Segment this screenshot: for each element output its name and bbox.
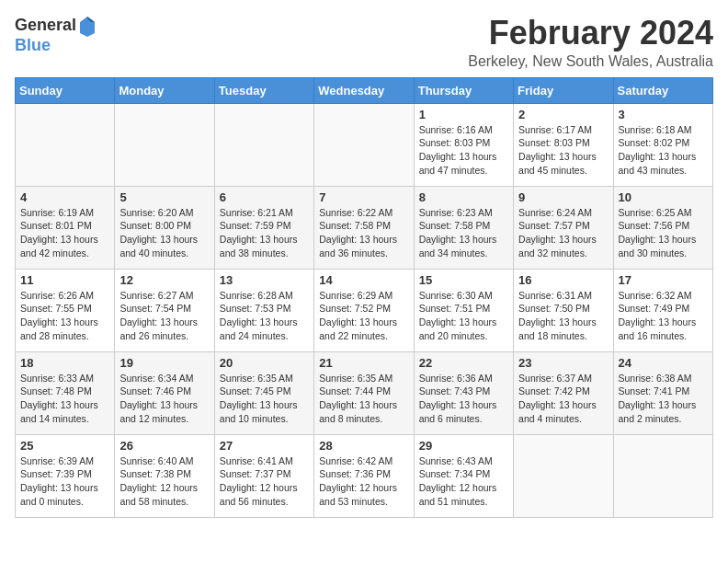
day-number: 5 (119, 190, 209, 204)
calendar-cell: 10Sunrise: 6:25 AM Sunset: 7:56 PM Dayli… (613, 186, 712, 269)
calendar-cell: 21Sunrise: 6:35 AM Sunset: 7:44 PM Dayli… (314, 351, 414, 434)
calendar-cell: 20Sunrise: 6:35 AM Sunset: 7:45 PM Dayli… (214, 351, 313, 434)
day-info: Sunrise: 6:37 AM Sunset: 7:42 PM Dayligh… (518, 372, 608, 426)
calendar-cell: 7Sunrise: 6:22 AM Sunset: 7:58 PM Daylig… (314, 186, 414, 269)
day-info: Sunrise: 6:32 AM Sunset: 7:49 PM Dayligh… (619, 289, 708, 343)
day-number: 18 (20, 356, 109, 370)
calendar-cell: 11Sunrise: 6:26 AM Sunset: 7:55 PM Dayli… (16, 269, 115, 351)
day-number: 12 (119, 273, 209, 287)
calendar-cell: 29Sunrise: 6:43 AM Sunset: 7:34 PM Dayli… (414, 434, 513, 517)
calendar-cell: 6Sunrise: 6:21 AM Sunset: 7:59 PM Daylig… (214, 186, 313, 269)
calendar-cell: 9Sunrise: 6:24 AM Sunset: 7:57 PM Daylig… (514, 186, 613, 269)
col-header-monday: Monday (115, 77, 214, 103)
day-number: 7 (319, 190, 408, 204)
calendar-cell (115, 103, 214, 186)
day-number: 13 (220, 273, 309, 287)
header: General Blue February 2024 Berkeley, New… (15, 15, 713, 70)
day-info: Sunrise: 6:43 AM Sunset: 7:34 PM Dayligh… (419, 454, 508, 509)
calendar-cell: 16Sunrise: 6:31 AM Sunset: 7:50 PM Dayli… (514, 269, 613, 351)
col-header-saturday: Saturday (613, 77, 712, 103)
calendar-cell: 12Sunrise: 6:27 AM Sunset: 7:54 PM Dayli… (115, 269, 214, 351)
day-number: 22 (419, 356, 508, 370)
calendar-cell: 24Sunrise: 6:38 AM Sunset: 7:41 PM Dayli… (613, 351, 712, 434)
calendar-cell: 18Sunrise: 6:33 AM Sunset: 7:48 PM Dayli… (16, 351, 115, 434)
day-info: Sunrise: 6:22 AM Sunset: 7:58 PM Dayligh… (319, 206, 408, 260)
calendar-cell: 13Sunrise: 6:28 AM Sunset: 7:53 PM Dayli… (214, 269, 313, 351)
logo-icon (78, 15, 97, 37)
day-info: Sunrise: 6:42 AM Sunset: 7:36 PM Dayligh… (319, 454, 408, 509)
day-info: Sunrise: 6:31 AM Sunset: 7:50 PM Dayligh… (518, 289, 608, 343)
day-info: Sunrise: 6:25 AM Sunset: 7:56 PM Dayligh… (619, 206, 708, 260)
header-row: SundayMondayTuesdayWednesdayThursdayFrid… (16, 77, 713, 103)
calendar-cell: 1Sunrise: 6:16 AM Sunset: 8:03 PM Daylig… (414, 103, 513, 186)
title-area: February 2024 Berkeley, New South Wales,… (468, 15, 713, 70)
calendar-cell: 3Sunrise: 6:18 AM Sunset: 8:02 PM Daylig… (613, 103, 712, 186)
week-row-2: 11Sunrise: 6:26 AM Sunset: 7:55 PM Dayli… (16, 269, 713, 351)
col-header-wednesday: Wednesday (314, 77, 414, 103)
day-number: 19 (119, 356, 209, 370)
day-number: 14 (319, 273, 408, 287)
logo-blue-text: Blue (15, 36, 51, 54)
calendar-cell: 17Sunrise: 6:32 AM Sunset: 7:49 PM Dayli… (613, 269, 712, 351)
day-number: 17 (619, 273, 708, 287)
calendar-cell (314, 103, 414, 186)
day-info: Sunrise: 6:38 AM Sunset: 7:41 PM Dayligh… (619, 372, 708, 426)
day-number: 10 (619, 190, 708, 204)
calendar-cell: 5Sunrise: 6:20 AM Sunset: 8:00 PM Daylig… (115, 186, 214, 269)
day-number: 24 (619, 356, 708, 370)
day-number: 26 (119, 439, 209, 453)
day-info: Sunrise: 6:33 AM Sunset: 7:48 PM Dayligh… (20, 372, 109, 426)
calendar-cell (214, 103, 313, 186)
day-number: 11 (20, 273, 109, 287)
day-number: 27 (220, 439, 309, 453)
day-number: 8 (419, 190, 508, 204)
day-info: Sunrise: 6:39 AM Sunset: 7:39 PM Dayligh… (20, 454, 109, 509)
calendar-cell: 28Sunrise: 6:42 AM Sunset: 7:36 PM Dayli… (314, 434, 414, 517)
day-number: 28 (319, 439, 408, 453)
calendar-cell: 22Sunrise: 6:36 AM Sunset: 7:43 PM Dayli… (414, 351, 513, 434)
day-number: 1 (419, 108, 508, 121)
day-info: Sunrise: 6:35 AM Sunset: 7:45 PM Dayligh… (220, 372, 309, 426)
day-info: Sunrise: 6:40 AM Sunset: 7:38 PM Dayligh… (119, 454, 209, 509)
col-header-tuesday: Tuesday (214, 77, 313, 103)
day-info: Sunrise: 6:16 AM Sunset: 8:03 PM Dayligh… (419, 123, 508, 178)
day-info: Sunrise: 6:30 AM Sunset: 7:51 PM Dayligh… (419, 289, 508, 343)
day-info: Sunrise: 6:18 AM Sunset: 8:02 PM Dayligh… (619, 123, 708, 178)
calendar-cell: 26Sunrise: 6:40 AM Sunset: 7:38 PM Dayli… (115, 434, 214, 517)
day-info: Sunrise: 6:28 AM Sunset: 7:53 PM Dayligh… (220, 289, 309, 343)
day-info: Sunrise: 6:21 AM Sunset: 7:59 PM Dayligh… (220, 206, 309, 260)
calendar-cell: 14Sunrise: 6:29 AM Sunset: 7:52 PM Dayli… (314, 269, 414, 351)
col-header-sunday: Sunday (16, 77, 115, 103)
day-number: 4 (20, 190, 109, 204)
day-info: Sunrise: 6:41 AM Sunset: 7:37 PM Dayligh… (220, 454, 309, 509)
day-info: Sunrise: 6:26 AM Sunset: 7:55 PM Dayligh… (20, 289, 109, 343)
day-info: Sunrise: 6:36 AM Sunset: 7:43 PM Dayligh… (419, 372, 508, 426)
calendar-cell: 4Sunrise: 6:19 AM Sunset: 8:01 PM Daylig… (16, 186, 115, 269)
calendar-cell: 27Sunrise: 6:41 AM Sunset: 7:37 PM Dayli… (214, 434, 313, 517)
calendar-title: February 2024 (468, 15, 713, 52)
logo-general-text: General (15, 17, 76, 35)
day-info: Sunrise: 6:29 AM Sunset: 7:52 PM Dayligh… (319, 289, 408, 343)
day-number: 20 (220, 356, 309, 370)
week-row-0: 1Sunrise: 6:16 AM Sunset: 8:03 PM Daylig… (16, 103, 713, 186)
calendar-cell (16, 103, 115, 186)
calendar-cell: 19Sunrise: 6:34 AM Sunset: 7:46 PM Dayli… (115, 351, 214, 434)
calendar-cell: 2Sunrise: 6:17 AM Sunset: 8:03 PM Daylig… (514, 103, 613, 186)
calendar-cell (613, 434, 712, 517)
day-info: Sunrise: 6:23 AM Sunset: 7:58 PM Dayligh… (419, 206, 508, 260)
day-number: 21 (319, 356, 408, 370)
calendar-cell: 15Sunrise: 6:30 AM Sunset: 7:51 PM Dayli… (414, 269, 513, 351)
week-row-4: 25Sunrise: 6:39 AM Sunset: 7:39 PM Dayli… (16, 434, 713, 517)
day-info: Sunrise: 6:27 AM Sunset: 7:54 PM Dayligh… (119, 289, 209, 343)
calendar-cell: 23Sunrise: 6:37 AM Sunset: 7:42 PM Dayli… (514, 351, 613, 434)
day-info: Sunrise: 6:17 AM Sunset: 8:03 PM Dayligh… (518, 123, 608, 178)
day-number: 23 (518, 356, 608, 370)
logo: General Blue (15, 15, 97, 55)
day-info: Sunrise: 6:35 AM Sunset: 7:44 PM Dayligh… (319, 372, 408, 426)
calendar-cell (514, 434, 613, 517)
day-number: 9 (518, 190, 608, 204)
week-row-3: 18Sunrise: 6:33 AM Sunset: 7:48 PM Dayli… (16, 351, 713, 434)
day-number: 15 (419, 273, 508, 287)
calendar-cell: 8Sunrise: 6:23 AM Sunset: 7:58 PM Daylig… (414, 186, 513, 269)
day-info: Sunrise: 6:19 AM Sunset: 8:01 PM Dayligh… (20, 206, 109, 260)
